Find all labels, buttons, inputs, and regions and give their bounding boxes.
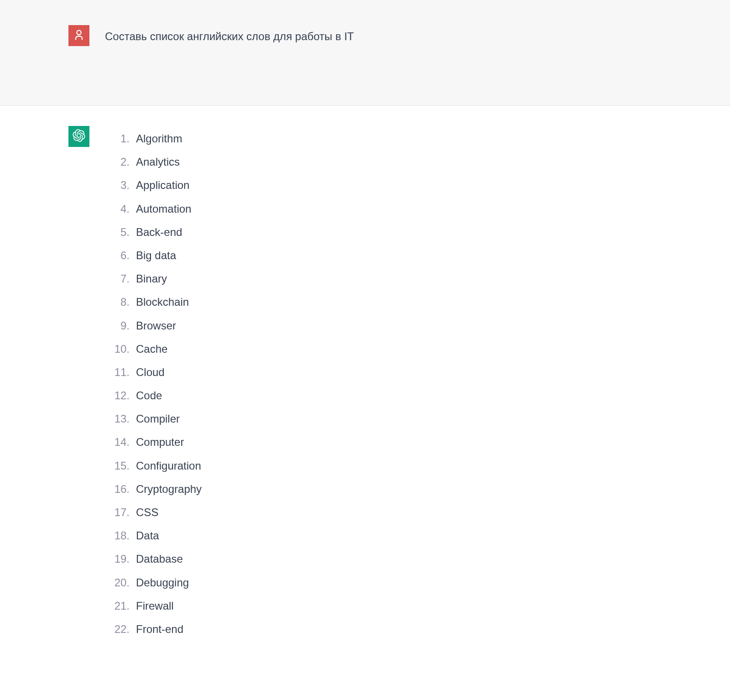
openai-logo-icon <box>73 129 85 144</box>
svg-point-0 <box>77 31 81 35</box>
list-item-text: Cloud <box>136 364 165 381</box>
list-item: Configuration <box>105 454 202 477</box>
list-item: Compiler <box>105 407 202 430</box>
list-item-text: Compiler <box>136 410 180 427</box>
list-item: Debugging <box>105 571 202 594</box>
list-item: Analytics <box>105 150 202 173</box>
person-icon <box>73 28 85 43</box>
list-item-text: Algorithm <box>136 130 182 147</box>
list-item: Cache <box>105 337 202 360</box>
user-avatar <box>68 25 89 46</box>
list-item-text: Application <box>136 177 189 193</box>
list-item: Binary <box>105 267 202 290</box>
user-message-block: Составь список английских слов для работ… <box>0 0 730 106</box>
list-item-text: Back-end <box>136 224 182 240</box>
word-list: Algorithm Analytics Application Automati… <box>105 126 202 641</box>
list-item-text: Computer <box>136 434 184 450</box>
list-item: Cloud <box>105 360 202 384</box>
list-item: Computer <box>105 430 202 454</box>
list-item-text: Front-end <box>136 621 183 637</box>
list-item: CSS <box>105 501 202 524</box>
list-item-text: CSS <box>136 504 158 521</box>
assistant-avatar <box>68 126 89 147</box>
list-item-text: Blockchain <box>136 293 189 310</box>
list-item: Automation <box>105 197 202 220</box>
list-item: Application <box>105 173 202 197</box>
list-item-text: Database <box>136 550 183 567</box>
list-item: Cryptography <box>105 477 202 501</box>
list-item: Blockchain <box>105 290 202 313</box>
list-item: Firewall <box>105 594 202 617</box>
list-item: Database <box>105 547 202 570</box>
assistant-message-block: Algorithm Analytics Application Automati… <box>0 106 730 668</box>
list-item-text: Analytics <box>136 153 180 170</box>
list-item-text: Cache <box>136 340 167 357</box>
list-item: Front-end <box>105 617 202 641</box>
list-item: Big data <box>105 244 202 267</box>
list-item: Browser <box>105 314 202 337</box>
list-item-text: Configuration <box>136 457 201 474</box>
list-item-text: Binary <box>136 270 167 287</box>
list-item-text: Automation <box>136 200 191 217</box>
list-item: Algorithm <box>105 127 202 150</box>
list-item-text: Cryptography <box>136 481 202 497</box>
list-item-text: Debugging <box>136 574 189 591</box>
user-content-wrap: Составь список английских слов для работ… <box>0 25 730 46</box>
list-item-text: Browser <box>136 317 176 334</box>
list-item-text: Data <box>136 527 159 544</box>
list-item-text: Code <box>136 387 162 404</box>
list-item: Back-end <box>105 220 202 244</box>
user-message-text: Составь список английских слов для работ… <box>105 25 354 44</box>
assistant-content-wrap: Algorithm Analytics Application Automati… <box>0 126 730 641</box>
list-item-text: Firewall <box>136 597 174 614</box>
list-item: Data <box>105 524 202 547</box>
list-item-text: Big data <box>136 247 176 264</box>
list-item: Code <box>105 384 202 407</box>
